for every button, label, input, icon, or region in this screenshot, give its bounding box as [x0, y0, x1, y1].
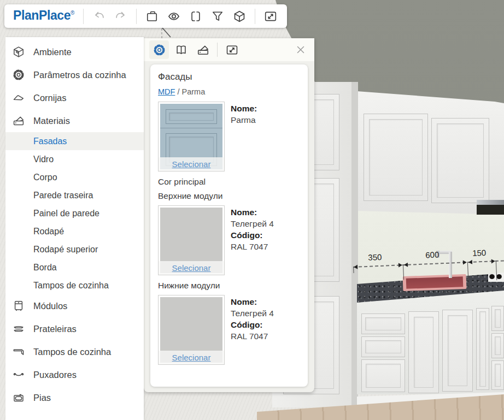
upper-color-row: Selecionar Nome: Телегрей 4 Código: RAL … — [158, 205, 300, 275]
base-cabinet-door — [408, 311, 439, 393]
base-drawer — [491, 360, 504, 390]
sidebar-item-tampos-sub[interactable]: Tampos de cozinha — [5, 276, 144, 294]
lower-select-link[interactable]: Selecionar — [159, 351, 224, 364]
dimension-350: 350 — [368, 252, 382, 262]
base-drawer — [491, 333, 504, 358]
sidebar-item-rodape-superior[interactable]: Rodapé superior — [5, 240, 144, 258]
sidebar-item-label: Ambiente — [33, 47, 72, 57]
facade-select-link[interactable]: Selecionar — [159, 157, 224, 171]
sidebar-item-label: Puxadores — [33, 370, 77, 380]
facade-material-row: Selecionar Nome: Parma — [158, 102, 300, 171]
sidebar-item-parede-traseira[interactable]: Parede traseira — [5, 186, 144, 204]
base-cabinet-door — [476, 308, 489, 390]
sidebar-item-label: Pias — [33, 393, 51, 403]
code-label: Código: — [231, 230, 263, 240]
facade-name-value: Parma — [231, 115, 256, 125]
sidebar-item-tampos[interactable]: Tampos de cozinha — [5, 340, 144, 363]
base-drawer — [491, 306, 504, 331]
undo-button[interactable] — [90, 8, 108, 25]
panel-tab-settings[interactable] — [149, 40, 169, 59]
swatches-icon — [12, 114, 25, 127]
toolbar-divider — [136, 9, 137, 24]
cabinet-icon — [12, 299, 25, 312]
dimension-annotations: 350 600 150 — [353, 240, 504, 285]
name-label: Nome: — [231, 208, 257, 217]
sidebar-item-label: Parâmetros da cozinha — [33, 70, 126, 80]
breadcrumb-link-mdf[interactable]: MDF — [158, 87, 175, 96]
redo-icon — [114, 9, 128, 23]
sidebar-item-pias[interactable]: Pias — [5, 386, 144, 409]
close-icon — [294, 43, 307, 56]
visibility-button[interactable] — [165, 8, 183, 25]
upper-select-link[interactable]: Selecionar — [159, 261, 224, 275]
panel-tab-expand[interactable] — [222, 40, 242, 59]
code-label: Código: — [231, 320, 263, 329]
panel-tabbar — [144, 38, 314, 61]
cornice-icon — [12, 91, 25, 104]
sidebar-item-prateleiras[interactable]: Prateleiras — [5, 317, 144, 340]
facade-swatch[interactable]: Selecionar — [158, 102, 225, 171]
panel-close-button[interactable] — [291, 40, 310, 59]
fullscreen-button[interactable] — [262, 8, 279, 25]
sidebar-item-materiais[interactable]: Materiais — [5, 109, 144, 132]
scene-upper-cabinets — [357, 87, 504, 218]
cube-3d-button[interactable] — [231, 8, 248, 25]
dimension-600: 600 — [425, 250, 439, 259]
sidebar-item-label: Tampos de cozinha — [33, 347, 111, 357]
open-project-button[interactable] — [143, 8, 161, 25]
toolbar-divider — [83, 9, 84, 24]
breadcrumb: MDF / Parma — [158, 87, 300, 96]
base-drawer — [361, 336, 405, 357]
filter-button[interactable] — [209, 8, 226, 25]
split-view-icon — [189, 9, 203, 23]
upper-color-name: Телегрей 4 — [231, 219, 274, 228]
cor-principal-label: Cor principal — [158, 177, 300, 187]
fullscreen-icon — [225, 43, 239, 57]
upper-modules-heading: Верхние модули — [158, 191, 300, 201]
handle-icon — [12, 368, 25, 381]
sidebar-item-label: Prateleiras — [33, 324, 77, 334]
panel-tab-catalog[interactable] — [171, 40, 191, 59]
sidebar-item-rodape[interactable]: Rodapé — [5, 222, 144, 240]
sidebar-item-vidro[interactable]: Vidro — [5, 150, 144, 168]
main-toolbar: PlanPlace® — [4, 4, 287, 28]
lower-color-swatch[interactable]: Selecionar — [158, 295, 225, 365]
sidebar-item-corpo[interactable]: Corpo — [5, 168, 144, 186]
sidebar-item-ambiente[interactable]: Ambiente — [5, 40, 144, 63]
sidebar-item-label: Materiais — [33, 116, 70, 126]
sidebar-item-painel-de-parede[interactable]: Painel de parede — [5, 204, 144, 222]
sidebar-item-fasadas[interactable]: Fasadas — [5, 132, 144, 150]
base-cabinet-door — [442, 310, 473, 392]
panel-divider — [217, 43, 218, 57]
sidebar-item-borda[interactable]: Borda — [5, 258, 144, 276]
upper-color-info: Nome: Телегрей 4 Código: RAL 7047 — [231, 205, 274, 275]
redo-button[interactable] — [112, 8, 130, 25]
countertop-icon — [12, 345, 25, 358]
room-icon — [12, 45, 25, 58]
undo-icon — [92, 9, 106, 23]
left-sidebar: Ambiente Parâmetros da cozinha Cornijas … — [5, 37, 144, 420]
lower-modules-heading: Нижние модули — [158, 281, 300, 291]
app-logo[interactable]: PlanPlace® — [10, 8, 79, 24]
shelves-icon — [12, 322, 25, 335]
base-drawer — [361, 359, 405, 392]
split-view-button[interactable] — [187, 8, 204, 25]
lower-color-name: Телегрей 4 — [231, 309, 274, 318]
upper-color-swatch[interactable]: Selecionar — [158, 205, 225, 275]
sidebar-item-puxadores[interactable]: Puxadores — [5, 363, 144, 386]
sidebar-item-label: Cornijas — [33, 93, 67, 103]
panel-title: Фасады — [158, 72, 300, 82]
toolbar-divider — [255, 9, 255, 24]
panel-tab-materials[interactable] — [193, 40, 213, 59]
sidebar-item-parametros[interactable]: Parâmetros da cozinha — [5, 63, 144, 86]
upper-color-code: RAL 7047 — [231, 242, 268, 251]
sidebar-item-modulos[interactable]: Módulos — [5, 294, 144, 317]
dimension-150: 150 — [472, 248, 487, 258]
name-label: Nome: — [231, 104, 257, 113]
settings-panel: Фасады MDF / Parma Selecionar Nome: Parm… — [144, 38, 314, 392]
upper-cabinet-door — [431, 118, 489, 203]
sidebar-item-cornijas[interactable]: Cornijas — [5, 86, 144, 109]
eye-icon — [167, 9, 181, 23]
fullscreen-icon — [263, 9, 278, 23]
lower-color-row: Selecionar Nome: Телегрей 4 Código: RAL … — [158, 295, 300, 365]
